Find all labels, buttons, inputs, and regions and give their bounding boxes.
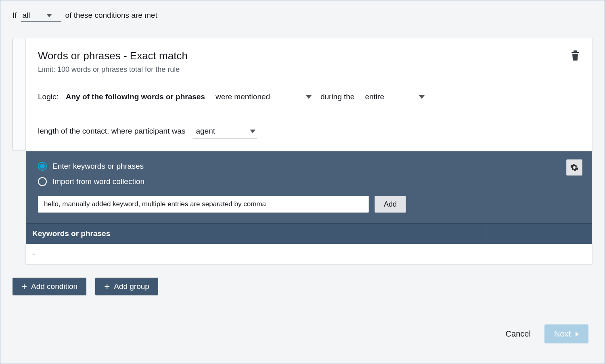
keywords-table-header: Keywords or phrases <box>26 223 592 244</box>
card-title: Words or phrases - Exact match <box>38 50 188 62</box>
mentioned-value: were mentioned <box>216 92 270 101</box>
table-cell-actions <box>487 244 592 264</box>
range-value: entire <box>365 92 384 101</box>
cancel-button[interactable]: Cancel <box>506 329 531 339</box>
add-button[interactable]: Add <box>375 196 406 213</box>
action-buttons: + Add condition + Add group <box>13 278 592 295</box>
radio-import-collection[interactable]: Import from word collection <box>38 177 580 186</box>
quantifier-value: all <box>23 11 30 20</box>
add-condition-button[interactable]: + Add condition <box>13 278 86 295</box>
next-button[interactable]: Next <box>544 324 588 343</box>
table-header-keywords: Keywords or phrases <box>26 224 487 244</box>
logic-line: Logic: Any of the following words or phr… <box>38 91 580 138</box>
chevron-down-icon <box>250 130 255 133</box>
footer-actions: Cancel Next <box>506 324 588 343</box>
if-label: If <box>13 11 17 20</box>
sentence-suffix: of these conditions are met <box>65 11 157 20</box>
radio-import-label: Import from word collection <box>52 177 144 186</box>
table-header-actions <box>487 224 592 244</box>
group-handle[interactable] <box>13 38 25 151</box>
keywords-input[interactable] <box>38 196 369 213</box>
chevron-down-icon <box>306 95 312 99</box>
trash-icon <box>570 50 580 61</box>
chevron-down-icon <box>419 95 425 99</box>
radio-enter-keywords[interactable]: Enter keywords or phrases <box>38 162 580 171</box>
delete-condition-button[interactable] <box>570 50 580 63</box>
logic-intro: Any of the following words or phrases <box>66 92 205 101</box>
radio-unselected-icon <box>38 177 47 186</box>
participant-select[interactable]: agent <box>193 125 257 138</box>
radio-selected-icon <box>38 162 47 171</box>
chevron-down-icon <box>46 14 52 17</box>
table-row: - <box>26 244 592 264</box>
quantifier-select[interactable]: all <box>21 10 61 22</box>
table-cell-keyword: - <box>26 244 487 264</box>
add-group-label: Add group <box>114 282 149 291</box>
logic-prefix: Logic: <box>38 92 59 101</box>
condition-card: Words or phrases - Exact match Limit: 10… <box>25 38 592 265</box>
condition-group: Words or phrases - Exact match Limit: 10… <box>13 38 592 265</box>
gear-icon <box>570 163 578 172</box>
chevron-right-icon <box>576 332 579 337</box>
mentioned-select[interactable]: were mentioned <box>212 91 313 104</box>
next-label: Next <box>554 329 571 339</box>
keywords-panel: Enter keywords or phrases Import from wo… <box>26 151 592 223</box>
participant-value: agent <box>196 127 215 136</box>
during-text: during the <box>320 92 355 101</box>
condition-sentence: If all of these conditions are met <box>13 10 592 22</box>
length-text: length of the contact, where participant… <box>38 127 185 136</box>
add-condition-label: Add condition <box>31 282 77 291</box>
add-group-button[interactable]: + Add group <box>95 278 158 295</box>
plus-icon: + <box>21 282 27 291</box>
range-select[interactable]: entire <box>362 91 426 104</box>
plus-icon: + <box>104 282 110 291</box>
card-subtitle: Limit: 100 words or phrases total for th… <box>38 65 188 74</box>
radio-enter-label: Enter keywords or phrases <box>52 162 144 171</box>
settings-button[interactable] <box>566 159 582 176</box>
